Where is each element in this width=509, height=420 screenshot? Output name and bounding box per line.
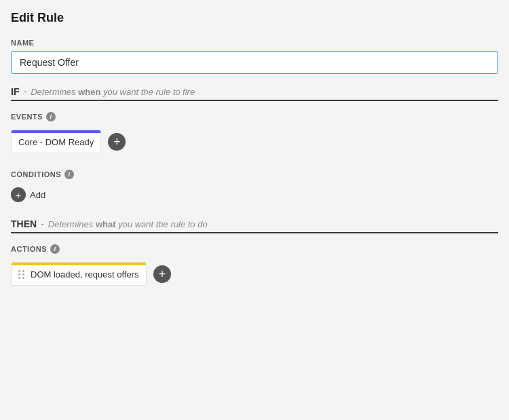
then-section: THEN - Determines what you want the rule… [11, 218, 498, 233]
if-section: IF - Determines when you want the rule t… [11, 86, 498, 101]
add-condition-button[interactable]: + Add [11, 187, 45, 202]
events-label-row: EVENTS i [11, 112, 498, 121]
add-action-button[interactable]: + [153, 265, 171, 283]
action-card-body: DOM loaded, request offers [12, 265, 146, 285]
if-divider [11, 100, 498, 101]
action-card[interactable]: DOM loaded, request offers [11, 262, 147, 286]
add-condition-icon: + [11, 187, 26, 202]
conditions-label-row: CONDITIONS i [11, 170, 498, 179]
action-card-label: DOM loaded, request offers [31, 269, 138, 280]
page-title: Edit Rule [11, 11, 498, 25]
actions-section: ACTIONS i DOM loaded, request offers [11, 244, 498, 286]
if-dash: - [23, 86, 26, 97]
actions-label: ACTIONS [11, 245, 47, 253]
name-label: Name [11, 39, 498, 47]
actions-info-icon[interactable]: i [50, 244, 60, 254]
if-keyword: IF [11, 86, 19, 97]
events-section: EVENTS i Core - DOM Ready + [11, 112, 498, 153]
page-container: Edit Rule Name IF - Determines when you … [0, 0, 509, 420]
name-input[interactable] [11, 51, 498, 74]
then-label-row: THEN - Determines what you want the rule… [11, 218, 498, 229]
events-label: EVENTS [11, 113, 43, 121]
conditions-section: CONDITIONS i + Add [11, 170, 498, 202]
then-dash: - [41, 218, 44, 229]
if-label-row: IF - Determines when you want the rule t… [11, 86, 498, 97]
conditions-label: CONDITIONS [11, 170, 61, 178]
event-card[interactable]: Core - DOM Ready [11, 130, 101, 153]
conditions-info-icon[interactable]: i [64, 170, 74, 179]
add-event-button[interactable]: + [108, 133, 126, 151]
actions-card-row: DOM loaded, request offers + [11, 262, 498, 286]
actions-label-row: ACTIONS i [11, 244, 498, 254]
if-description: Determines when you want the rule to fir… [31, 87, 195, 97]
then-keyword: THEN [11, 218, 37, 229]
then-description: Determines what you want the rule to do [48, 219, 208, 229]
add-condition-label: Add [30, 190, 45, 200]
events-info-icon[interactable]: i [46, 112, 56, 121]
event-card-label: Core - DOM Ready [12, 133, 100, 153]
drag-handle-icon [18, 270, 25, 279]
then-divider [11, 232, 498, 233]
events-card-row: Core - DOM Ready + [11, 130, 498, 153]
